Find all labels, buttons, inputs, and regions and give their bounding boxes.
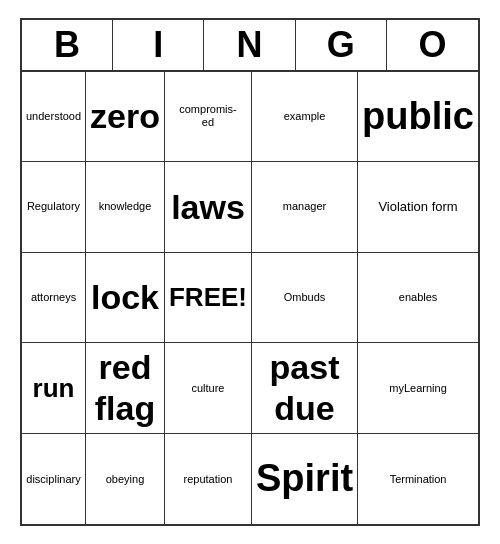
header-letter: N <box>204 20 295 70</box>
bingo-cell: Ombuds <box>252 253 358 344</box>
bingo-cell: enables <box>358 253 478 344</box>
bingo-cell: run <box>22 343 86 434</box>
bingo-cell: manager <box>252 162 358 253</box>
cell-text: myLearning <box>389 382 446 395</box>
cell-text: Regulatory <box>27 200 80 213</box>
cell-text: past due <box>256 347 353 429</box>
bingo-cell: public <box>358 72 478 163</box>
header-letter: O <box>387 20 478 70</box>
cell-text: attorneys <box>31 291 76 304</box>
bingo-cell: laws <box>165 162 252 253</box>
bingo-cell: knowledge <box>86 162 165 253</box>
bingo-cell: zero <box>86 72 165 163</box>
cell-text: laws <box>171 187 245 228</box>
bingo-header: BINGO <box>22 20 478 72</box>
bingo-cell: Termination <box>358 434 478 525</box>
bingo-cell: Regulatory <box>22 162 86 253</box>
cell-text: compromis-ed <box>179 103 236 129</box>
cell-text: example <box>284 110 326 123</box>
cell-text: red flag <box>90 347 160 429</box>
bingo-cell: reputation <box>165 434 252 525</box>
bingo-cell: FREE! <box>165 253 252 344</box>
bingo-cell: lock <box>86 253 165 344</box>
bingo-cell: Violation form <box>358 162 478 253</box>
bingo-cell: myLearning <box>358 343 478 434</box>
bingo-cell: Spirit <box>252 434 358 525</box>
bingo-cell: culture <box>165 343 252 434</box>
cell-text: manager <box>283 200 326 213</box>
bingo-cell: past due <box>252 343 358 434</box>
bingo-grid: understoodzerocompromis-edexamplepublicR… <box>22 72 478 525</box>
cell-text: Violation form <box>378 199 457 215</box>
cell-text: Spirit <box>256 456 353 502</box>
cell-text: lock <box>91 277 159 318</box>
bingo-cell: disciplinary <box>22 434 86 525</box>
bingo-cell: understood <box>22 72 86 163</box>
cell-text: zero <box>90 96 160 137</box>
bingo-cell: compromis-ed <box>165 72 252 163</box>
header-letter: B <box>22 20 113 70</box>
header-letter: I <box>113 20 204 70</box>
cell-text: Ombuds <box>284 291 326 304</box>
bingo-cell: attorneys <box>22 253 86 344</box>
header-letter: G <box>296 20 387 70</box>
bingo-card: BINGO understoodzerocompromis-edexamplep… <box>20 18 480 527</box>
cell-text: public <box>362 94 474 140</box>
cell-text: understood <box>26 110 81 123</box>
cell-text: FREE! <box>169 282 247 313</box>
cell-text: enables <box>399 291 438 304</box>
cell-text: disciplinary <box>26 473 80 486</box>
cell-text: obeying <box>106 473 145 486</box>
cell-text: run <box>33 373 75 404</box>
cell-text: culture <box>191 382 224 395</box>
cell-text: reputation <box>184 473 233 486</box>
bingo-cell: red flag <box>86 343 165 434</box>
cell-text: knowledge <box>99 200 152 213</box>
cell-text: Termination <box>390 473 447 486</box>
bingo-cell: obeying <box>86 434 165 525</box>
bingo-cell: example <box>252 72 358 163</box>
